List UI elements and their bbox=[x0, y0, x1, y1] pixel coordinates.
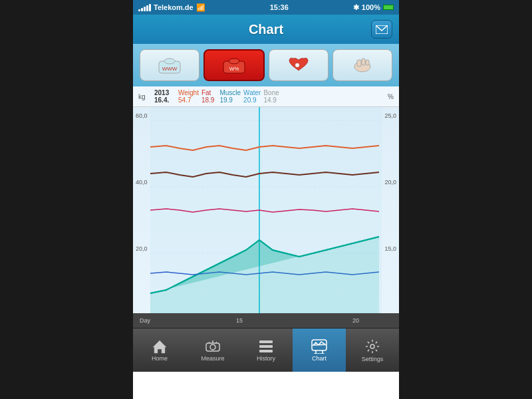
chart-data-header: kg 2013 16.4. Weight 54.7 Fat 18.9 Muscl… bbox=[133, 86, 399, 107]
battery-icon bbox=[383, 5, 394, 10]
svg-point-2 bbox=[164, 59, 175, 64]
svg-point-34 bbox=[370, 344, 374, 348]
page-title: Chart bbox=[249, 22, 283, 37]
svg-text:WWW: WWW bbox=[162, 66, 178, 72]
chart-year-val: 2013 bbox=[154, 89, 169, 96]
tab-heart[interactable] bbox=[269, 49, 329, 81]
kg-label: kg bbox=[138, 93, 154, 100]
x-20-label: 20 bbox=[352, 317, 359, 324]
muscle-col: Muscle 19.9 bbox=[219, 89, 241, 104]
svg-point-7 bbox=[295, 63, 299, 67]
fat-col: Fat 18.9 bbox=[201, 89, 214, 104]
svg-rect-9 bbox=[357, 60, 361, 66]
signal-icon bbox=[138, 3, 151, 11]
nav-chart[interactable]: Chart bbox=[293, 329, 346, 372]
svg-rect-26 bbox=[259, 345, 273, 348]
app-header: Chart bbox=[133, 15, 399, 44]
tab-body-comp[interactable]: W% bbox=[203, 49, 265, 81]
x-15-label: 15 bbox=[236, 317, 243, 324]
status-left: Telekom.de 📶 bbox=[138, 3, 205, 12]
tab-weight[interactable]: WWW bbox=[140, 49, 200, 81]
mail-button[interactable] bbox=[371, 20, 392, 39]
svg-marker-30 bbox=[313, 342, 325, 345]
nav-chart-label: Chart bbox=[312, 355, 327, 362]
svg-rect-10 bbox=[362, 59, 365, 65]
svg-point-21 bbox=[210, 344, 215, 350]
carrier-name: Telekom.de bbox=[154, 3, 194, 11]
status-time: 15:36 bbox=[270, 3, 289, 11]
nav-measure-label: Measure bbox=[201, 355, 224, 362]
svg-rect-27 bbox=[259, 350, 273, 352]
water-col: Water 20.9 bbox=[243, 89, 261, 104]
nav-history-label: History bbox=[257, 355, 275, 362]
svg-marker-19 bbox=[153, 340, 166, 353]
x-day-label: Day bbox=[140, 317, 150, 324]
svg-text:W%: W% bbox=[229, 66, 239, 72]
weight-col: Weight 54.7 bbox=[178, 89, 199, 104]
svg-point-5 bbox=[229, 59, 239, 64]
bottom-navigation: Home Measure Histo bbox=[133, 328, 399, 372]
nav-settings-label: Settings bbox=[362, 356, 384, 362]
bluetooth-icon: ✱ bbox=[353, 3, 359, 12]
chart-date-val: 16.4. bbox=[154, 96, 169, 104]
x-axis: Day 15 20 bbox=[133, 313, 399, 328]
pct-label: % bbox=[388, 93, 394, 100]
chart-graph[interactable]: 60,0 40,0 20,0 25,0 20,0 15,0 bbox=[133, 107, 399, 313]
chart-year: 2013 16.4. bbox=[154, 89, 178, 104]
nav-measure[interactable]: Measure bbox=[186, 329, 239, 372]
svg-rect-11 bbox=[366, 60, 369, 65]
status-bar: Telekom.de 📶 15:36 ✱ 100% bbox=[133, 0, 399, 15]
bone-col: Bone 14.9 bbox=[263, 89, 279, 104]
battery-level: 100% bbox=[362, 3, 380, 11]
category-tabs: WWW W% bbox=[133, 44, 399, 86]
nav-history[interactable]: History bbox=[239, 329, 293, 372]
wifi-icon: 📶 bbox=[196, 3, 205, 12]
nav-home[interactable]: Home bbox=[133, 329, 186, 372]
nav-home-label: Home bbox=[152, 355, 168, 362]
status-right: ✱ 100% bbox=[353, 3, 394, 12]
tab-other[interactable] bbox=[332, 49, 392, 81]
nav-settings[interactable]: Settings bbox=[346, 329, 399, 372]
svg-rect-25 bbox=[259, 340, 273, 343]
